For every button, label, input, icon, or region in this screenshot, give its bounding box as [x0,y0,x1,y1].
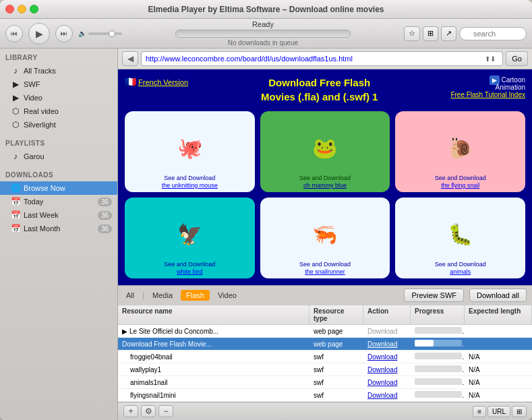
movie-card-1[interactable]: 🐙 See and Downloadthe unknitting mouse [125,111,255,192]
bookmark-button[interactable]: ☆ [404,26,420,41]
cartoon-label: CartoonAnimation [496,76,525,91]
sidebar-item-last-month[interactable]: 📅 Last Month 36 [0,222,117,235]
sidebar-item-garou[interactable]: ♪ Garou [0,150,117,163]
movie-desc-1: See and Downloadthe unknitting mouse [162,175,218,189]
td-action[interactable]: Download [363,338,411,350]
movie-link-1[interactable]: the unknitting mouse [162,182,218,189]
toolbar: ⏮ ▶ ⏭ 🔈 Ready No downloads in queue ☆ ⊞ … [0,19,532,49]
minimize-button[interactable] [18,5,26,13]
sidebar-item-label: Today [24,198,43,206]
web-header: 🇫🇷 French Version Download Free Flash Mo… [125,76,525,104]
movie-grid: 🐙 See and Downloadthe unknitting mouse 🐸… [125,111,525,278]
volume-slider[interactable] [88,32,122,35]
last-week-badge: 36 [98,211,112,220]
filter-bar: All | Media Flash Video Preview SWF Down… [118,285,532,305]
download-link[interactable]: Download [367,340,397,348]
today-badge: 36 [98,198,112,206]
movie-link-4[interactable]: white bird [177,268,203,275]
download-link[interactable]: Download [367,366,397,373]
movie-card-2[interactable]: 🐸 See and Downloadoh mammy blue [260,111,390,192]
cartoon-link[interactable]: Free Flash Tutorial Index [450,91,525,98]
sidebar-item-all-tracks[interactable]: ♪ All Tracks [0,64,117,78]
share-button[interactable]: ↗ [441,26,456,41]
url-view-button[interactable]: URL [487,406,510,417]
progress-bar [415,378,462,385]
movie-link-5[interactable]: the snailrunner [305,268,345,275]
sidebar-item-last-week[interactable]: 📅 Last Week 36 [0,208,117,222]
list-view-button[interactable]: ≡ [473,406,486,417]
view-button[interactable]: ⊞ [423,26,438,41]
filter-flash-button[interactable]: Flash [181,290,210,301]
back-button[interactable]: ◀ [122,51,138,66]
movie-link-3[interactable]: the flying snail [441,182,479,189]
settings-button[interactable]: ⚙ [141,405,156,417]
sidebar-item-label: Video [24,94,42,102]
play-button[interactable]: ▶ [28,23,50,44]
maximize-button[interactable] [30,5,38,13]
td-action[interactable]: Download [363,351,411,363]
remove-button[interactable]: − [158,405,173,417]
rewind-button[interactable]: ⏮ [5,25,23,42]
td-action[interactable]: Download [363,377,411,388]
sidebar-item-real-video[interactable]: ⬡ Real video [0,104,117,118]
close-button[interactable] [5,5,14,13]
sidebar-item-today[interactable]: 📅 Today 36 [0,195,117,208]
td-action[interactable]: Download [363,364,411,376]
url-dropdown-icon[interactable]: ⬆⬇ [482,55,498,63]
movie-card-5[interactable]: 🦐 See and Downloadthe snailrunner [260,198,390,278]
td-name: ▶ Le Site Officiel du Concomb... [118,326,309,337]
titlebar: Elmedia Player by Eltima Software – Down… [0,0,532,19]
grid-view-button[interactable]: ⊞ [512,406,527,417]
progress-bar [415,353,462,359]
movie-card-4[interactable]: 🦅 See and Downloadwhite bird [125,198,255,278]
movie-desc-6: See and Downloadanimals [435,261,486,276]
sidebar-item-video[interactable]: ▶ Video [0,91,117,104]
window-title: Elmedia Player by Eltima Software – Down… [0,5,532,14]
add-button[interactable]: + [123,405,138,417]
sidebar-item-label: Real video [24,107,59,115]
video-icon: ▶ [11,93,20,102]
table-row: froggie04bnail swf Download N/A [118,351,532,363]
filter-media-button[interactable]: Media [150,290,175,301]
forward-button[interactable]: ⏭ [55,25,73,42]
sidebar-item-label: Last Week [24,211,59,219]
last-month-icon: 📅 [11,224,20,233]
content-area: ◀ http://www.leconcombre.com/board/dl/us… [118,49,532,420]
sidebar-item-label: Browse Now [24,184,65,192]
movie-thumb-6: 🐛 [398,207,523,261]
download-link[interactable]: Download [367,353,397,361]
download-link[interactable]: Download [367,392,397,399]
td-action[interactable]: Download [363,390,411,401]
preview-swf-button[interactable]: Preview SWF [404,289,464,302]
silverlight-icon: ⬡ [11,120,20,129]
table-row: flyingsnail1mini swf Download N/A [118,389,532,402]
filter-all-button[interactable]: All [123,290,137,301]
td-progress [411,376,465,388]
movie-card-3[interactable]: 🐌 See and Downloadthe flying snail [395,111,525,192]
search-input[interactable] [459,27,527,40]
table-header: Resource name Resource type Action Progr… [118,305,532,325]
last-month-badge: 36 [98,224,112,233]
volume-thumb [109,30,115,37]
filter-video-button[interactable]: Video [215,290,239,301]
table-row: wallyplay1 swf Download N/A [118,363,532,376]
french-version-link[interactable]: French Version [138,78,188,86]
movie-card-6[interactable]: 🐛 See and Downloadanimals [395,198,525,278]
th-progress: Progress [411,305,465,324]
download-link[interactable]: Download [367,379,397,386]
movie-link-2[interactable]: oh mammy blue [303,182,347,189]
go-button[interactable]: Go [506,51,528,66]
playlist-icon: ♪ [11,152,20,161]
download-all-button[interactable]: Download all [469,289,527,302]
sidebar-item-label: All Tracks [24,67,56,75]
movie-desc-5: See and Downloadthe snailrunner [299,261,351,276]
french-flag-area: 🇫🇷 French Version [125,76,188,87]
td-type: swf [309,351,363,363]
sidebar-item-silverlight[interactable]: ⬡ Silverlight [0,118,117,131]
movie-link-6[interactable]: animals [450,268,471,275]
sidebar-item-swf[interactable]: ▶ SWF [0,78,117,91]
th-resource-name: Resource name [118,305,309,324]
toolbar-actions: ☆ ⊞ ↗ 🔍 [404,26,527,41]
traffic-lights [5,5,38,13]
sidebar-item-browse-now[interactable]: 🌐 Browse Now [0,181,117,195]
